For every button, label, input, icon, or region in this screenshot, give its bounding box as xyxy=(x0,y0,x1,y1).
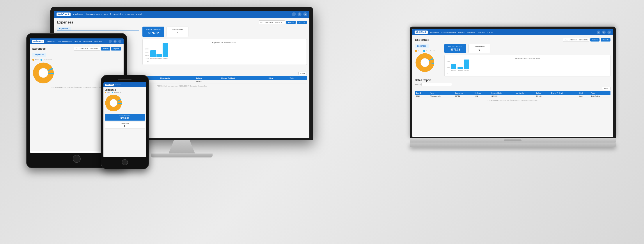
tablet-home-button[interactable] xyxy=(73,155,81,163)
tablet-help-icon[interactable]: ? xyxy=(109,40,112,43)
laptop-search-label: Search: xyxy=(415,83,421,85)
laptop-footer: PCE WebClock use & copyright © 2001-2020… xyxy=(415,99,610,101)
phone-nav-expenses[interactable]: Expenses xyxy=(116,84,121,85)
monitor-stats-cards: Current Payments $376.32 Current Other 0 xyxy=(142,27,306,37)
laptop-nav-timeoff[interactable]: Time Off xyxy=(458,31,464,33)
tablet-topbar: WebClock Employees Time Management Time … xyxy=(30,38,124,44)
phone-speaker xyxy=(118,79,132,80)
monitor-reports-button[interactable]: Reports xyxy=(297,21,306,24)
laptop-excel-button[interactable]: Excel xyxy=(602,87,610,90)
monitor-nav: Employees Time Management Time Off Sched… xyxy=(73,13,142,15)
monitor-td-task xyxy=(288,80,307,83)
tablet-expenses-tabs: Expenses xyxy=(32,53,121,57)
monitor-th-client: Client xyxy=(267,76,288,80)
scene: WebClock Employees Time Management Time … xyxy=(15,7,629,237)
tablet-nav: Employees Time Management Time Off Sched… xyxy=(47,40,102,42)
monitor-tab-expenses[interactable]: Expenses xyxy=(57,27,70,31)
laptop-td-paycode: BON xyxy=(473,95,490,98)
laptop-logout-icon[interactable]: ↪ xyxy=(608,31,611,34)
laptop-actions-button[interactable]: Actions xyxy=(590,38,600,42)
laptop-search-input[interactable] xyxy=(421,83,452,86)
monitor-bar-3: Dec-2020 xyxy=(162,43,168,59)
phone-screen: WebClock Expenses Expenses Bonus Payco-P… xyxy=(104,82,146,157)
table-row: 3814 Afternoon, John DEPT1 BON 12/23/20 … xyxy=(415,95,610,98)
laptop-settings-icon[interactable]: ⚙ xyxy=(602,31,606,34)
tablet-nav-timemanagement[interactable]: Time Management xyxy=(58,40,72,42)
monitor-title-row: Expenses ALL: 10/18/2020 - 01/01/2021 Ac… xyxy=(57,21,307,24)
monitor-bar-1: Dec-2020 xyxy=(150,50,156,59)
laptop-td-dollars: $376.32 xyxy=(535,95,550,98)
laptop-detail-report-title: Detail Report xyxy=(415,79,610,82)
svg-point-8 xyxy=(110,99,117,106)
monitor-nav-expenses[interactable]: Expenses xyxy=(125,13,134,15)
phone-page-title: Expenses xyxy=(105,88,145,91)
monitor-nav-payroll[interactable]: Payroll xyxy=(136,13,142,15)
laptop-reports-button[interactable]: Reports xyxy=(600,38,610,42)
laptop-td-name: Afternoon, John xyxy=(429,95,454,98)
laptop-nav-payroll[interactable]: Payroll xyxy=(488,31,493,33)
tablet-settings-icon[interactable]: ⚙ xyxy=(114,40,116,43)
tablet-logout-icon[interactable]: ↪ xyxy=(118,40,122,43)
laptop-tab-expenses[interactable]: Expenses xyxy=(415,44,428,48)
monitor-logo: WebClock xyxy=(56,13,71,16)
monitor-td-dollars: $376.32 xyxy=(194,80,220,83)
phone-body: WebClock Expenses Expenses Bonus Payco-P… xyxy=(101,75,149,169)
laptop-td-task: Beta Testing xyxy=(590,95,610,98)
laptop-base-bottom xyxy=(410,143,616,147)
laptop-nav-scheduling[interactable]: Scheduling xyxy=(467,31,476,33)
laptop-y-axis: $2000 $1000 $0 xyxy=(447,61,450,74)
phone-nav: Expenses xyxy=(116,84,121,85)
monitor-y-axis: $2000 $1500 $1000 $500 $0 xyxy=(145,48,148,62)
tablet-nav-employees[interactable]: Employees xyxy=(47,40,56,42)
laptop-th-hoursunits: Hours/Units xyxy=(514,91,534,95)
tablet-legend-payco: Payco-Pay Job xyxy=(44,59,52,60)
tablet-tab-expenses[interactable]: Expenses xyxy=(32,53,46,57)
svg-point-5 xyxy=(39,69,48,77)
monitor-excel-button[interactable]: Excel xyxy=(298,72,307,75)
laptop-nav-timemanagement[interactable]: Time Management xyxy=(441,31,456,33)
monitor-settings-icon[interactable]: ⚙ xyxy=(298,12,302,16)
laptop-nav: Employees Time Management Time Off Sched… xyxy=(430,31,493,33)
tablet-nav-scheduling[interactable]: Scheduling xyxy=(83,40,92,42)
laptop-date-filter[interactable]: ALL: 10/18/2020 - 01/01/2021 xyxy=(563,38,589,42)
laptop-help-icon[interactable]: ? xyxy=(597,31,600,34)
laptop-content: Expenses ALL: 10/18/2020 - 01/01/2021 Ac… xyxy=(412,35,613,136)
laptop-nav-icons: ? ⚙ ↪ xyxy=(597,31,611,34)
laptop-nav-employees[interactable]: Employees xyxy=(430,31,439,33)
tablet-reports-button[interactable]: Reports xyxy=(111,47,121,51)
monitor-stat-payments: Current Payments $376.32 xyxy=(142,27,164,37)
monitor-nav-timeoff[interactable]: Time Off xyxy=(104,13,111,15)
monitor-th-task: Task xyxy=(288,76,307,80)
laptop-donut-chart xyxy=(415,53,441,73)
laptop-th-supervisor: Supervisor xyxy=(454,91,473,95)
phone-stat-other: Current Other 0 xyxy=(105,122,145,129)
tablet-logo: WebClock xyxy=(32,40,44,43)
monitor-actions-button[interactable]: Actions xyxy=(286,21,296,24)
laptop-topbar: WebClock Employees Time Management Time … xyxy=(412,29,613,35)
tablet-actions-button[interactable]: Actions xyxy=(101,47,110,51)
tablet-date-filter[interactable]: ALL: 10/18/2020 - 01/01/2021 xyxy=(74,47,100,51)
laptop-th-client: Client xyxy=(577,91,590,95)
monitor-nav-scheduling[interactable]: Scheduling xyxy=(114,13,123,15)
monitor-nav-employees[interactable]: Employees xyxy=(73,13,83,15)
monitor-nav-timemanagement[interactable]: Time Management xyxy=(85,13,102,15)
monitor-logout-icon[interactable]: ↪ xyxy=(303,12,307,16)
laptop-legend-payco: Payco-Pay Job xyxy=(426,50,435,52)
laptop-bar-1: Dec-2020 xyxy=(451,64,456,71)
monitor-td-chargetodept xyxy=(220,80,267,83)
laptop-screen-part: WebClock Employees Time Management Time … xyxy=(410,27,616,138)
laptop-th-task: Task xyxy=(590,91,610,95)
laptop-nav-expenses[interactable]: Expenses xyxy=(478,31,485,33)
monitor-page-title: Expenses xyxy=(57,21,74,24)
monitor-help-icon[interactable]: ? xyxy=(292,12,296,16)
tablet-nav-expenses[interactable]: Expenses xyxy=(94,40,102,42)
phone: WebClock Expenses Expenses Bonus Payco-P… xyxy=(101,75,149,169)
monitor-th-dollars: Dollars xyxy=(194,76,220,80)
phone-content: Expenses Bonus Payco-Pay Job xyxy=(104,87,146,157)
tablet-title-row: Expenses ALL: 10/18/2020 - 01/01/2021 Ac… xyxy=(32,47,121,51)
monitor-topbar: WebClock Employees Time Management Time … xyxy=(54,11,310,18)
laptop-td-paymentdate: 12/23/20 xyxy=(490,95,514,98)
tablet-nav-timeoff[interactable]: Time Off xyxy=(74,40,81,42)
monitor-date-filter[interactable]: ALL: 10/18/2020 - 01/01/2021 xyxy=(259,21,285,24)
phone-home-button[interactable] xyxy=(122,159,128,165)
